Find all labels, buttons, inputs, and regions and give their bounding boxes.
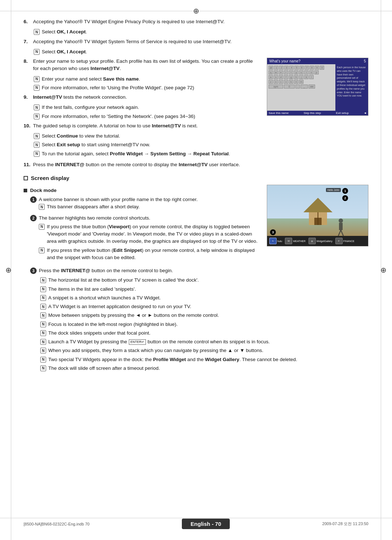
keyboard-row-3: a s d f g h j k l (269, 75, 334, 79)
dock-bar: h hulu W WEATHER ⚙ WidgetGallery F FINAN… (267, 236, 368, 246)
dock-mode-section: Dock mode 1 A welcome banner is shown wi… (24, 185, 368, 265)
circle-num-3: 3 (30, 267, 37, 274)
svg-rect-5 (339, 223, 343, 230)
item-8-num: 8. (24, 58, 32, 73)
note-icon: N (40, 330, 46, 336)
key: . (295, 85, 300, 89)
item-8-left: 8. Enter your name to setup your profile… (24, 58, 260, 159)
dock-2-sub-1-text: If you press the blue button (Viewport) … (47, 223, 260, 245)
key: p (314, 70, 319, 74)
footer-page-label: English - 70 (182, 519, 230, 529)
key: g (289, 75, 293, 79)
dock-3-sub-7: N The dock slides snippets under that fo… (40, 330, 368, 337)
dock-icon-box-weather: W (285, 238, 292, 244)
svg-marker-0 (303, 198, 332, 212)
note-icon: N (39, 248, 45, 253)
item-9-sub-2: N For more information, refer to 'Settin… (34, 113, 260, 120)
dock-item-3: 3 Press the INTERNET@ button on the remo… (30, 267, 368, 274)
item-9-num: 9. (24, 94, 32, 101)
key: e (279, 70, 283, 74)
dock-icon-box-hulu: h (269, 238, 277, 244)
key: u (299, 70, 303, 74)
dock-label-gallery: WidgetGallery (317, 240, 332, 242)
dock-3-sub-4-text: A TV Widget is an Internet application d… (48, 303, 191, 310)
circle-num-1: 1 (30, 196, 37, 203)
dock-3-sub-6: N Focus is located in the left-most regi… (40, 321, 368, 328)
key: x (274, 80, 278, 84)
list-item-9: 9. Internet@TV tests the network connect… (24, 94, 260, 101)
person-silhouette (335, 218, 346, 236)
key: 3 (284, 66, 289, 70)
item-10-sub-1-text: Select Continue to view the tutorial. (42, 132, 120, 140)
key: f (284, 75, 288, 79)
note-icon: N (40, 277, 46, 283)
dock-3-sub-2: N The items in the list are called 'snip… (40, 286, 368, 293)
keyboard-row-5: sym 0 . _ del (269, 85, 334, 89)
item-8-sub-2-text: For more information, refer to 'Using th… (42, 84, 194, 91)
dock-mode-title: Dock mode (30, 188, 57, 193)
item-6-sub-1: N Select OK, I Accept. (34, 28, 368, 36)
key: w (274, 70, 278, 74)
dock-label-weather: WEATHER (293, 240, 305, 242)
key: d (279, 75, 283, 79)
item-10-sub-2: N Select Exit setup to start using Inter… (34, 141, 260, 148)
item-11-text: Press the INTERNET@ button on the remote… (33, 161, 240, 168)
dock-3-sub-7-text: The dock slides snippets under that foca… (48, 330, 150, 337)
item-10-sub-1: N Select Continue to view the tutorial. (34, 132, 260, 140)
dock-2-sub-2-text: If you press the yellow button (Edit Sni… (47, 247, 260, 262)
dock-3-sub-1: N The horizontal list at the bottom of y… (40, 277, 368, 284)
dialog-header: What's your name? 5 (267, 58, 368, 64)
dock-mode-header: Dock mode (24, 188, 260, 193)
dock-3-sub-8: N Launch a TV Widget by pressing the ENT… (40, 338, 368, 345)
key: o (309, 70, 314, 74)
note-icon: N (40, 312, 46, 318)
enter-icon: ENTER↵ (129, 339, 146, 345)
dialog-body: @ 1 2 3 4 5 6 7 8 9 0 (267, 64, 368, 114)
dock-3-sub-1-text: The horizontal list at the bottom of you… (48, 277, 199, 284)
key: q (269, 70, 273, 74)
footer-skip: Skip this step (304, 111, 321, 115)
dock-label-finance: FINANCE (343, 240, 355, 242)
key: j (299, 75, 303, 79)
key-del: del (309, 85, 315, 89)
footer-left-text: [8500-NA]BN68-02322C-Eng.indb 70 (24, 522, 90, 526)
key: 0 (320, 66, 324, 70)
list-item-7: 7. Accepting the Yahoo!® TV Widget Syste… (24, 38, 368, 45)
key: y (294, 70, 298, 74)
dock-icon-weather: W WEATHER (285, 238, 305, 244)
dock-icon-box-finance: F (335, 238, 343, 244)
dock-3-sub-5-text: Move between snippets by pressing the ◄ … (48, 312, 219, 319)
note-icon: N (40, 295, 46, 301)
item-9-sub-1: N If the test fails, configure your netw… (34, 104, 260, 111)
dock-3-sub-11: N The dock will slide off screen after a… (40, 365, 368, 372)
key: v (284, 80, 288, 84)
screen-display-title: Screen display (31, 175, 69, 181)
whats-name-inner: What's your name? 5 @ 1 2 3 4 (267, 58, 368, 115)
note-icon: N (34, 114, 40, 119)
list-item-6: 6. Accepting the Yahoo!® TV Widget Engin… (24, 18, 368, 25)
key: l (309, 75, 314, 79)
key: t (289, 70, 293, 74)
dock-3-sub-9-text: When you add snippets, they form a stack… (48, 347, 264, 354)
item-11-num: 11. (24, 161, 32, 168)
dialog-sidebar: Each person in the house who uses the TV… (335, 64, 368, 114)
dock-icon-widget-gallery: ⚙ WidgetGallery (309, 238, 332, 244)
sidebar-text: Each person in the house who uses the TV… (337, 66, 367, 98)
note-icon: N (34, 151, 40, 157)
checkbox-icon (24, 176, 28, 180)
key: 5 (294, 66, 299, 70)
key: 7 (305, 66, 309, 70)
key: z (269, 80, 273, 84)
dock-icon-finance: F FINANCE (335, 238, 355, 244)
filled-square-icon (24, 189, 27, 192)
key: a (269, 75, 273, 79)
item-9-sub-1-text: If the test fails, configure your networ… (42, 104, 139, 111)
key: 1 (274, 66, 278, 70)
dock-label-hulu: hulu (277, 240, 282, 242)
whats-name-dialog: What's your name? 5 @ 1 2 3 4 (267, 58, 368, 116)
item-7-text: Accepting the Yahoo!® TV Widget System T… (33, 38, 232, 45)
hello-banner: Hello John (326, 188, 341, 192)
svg-point-4 (339, 218, 343, 223)
key: m (299, 80, 303, 84)
svg-line-7 (341, 230, 343, 236)
